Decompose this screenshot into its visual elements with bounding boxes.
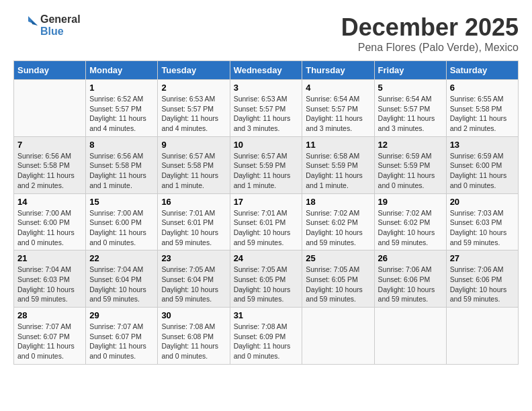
day-number: 3	[234, 83, 299, 93]
day-number: 31	[234, 310, 299, 320]
header: General Blue December 2025 Pena Flores (…	[13, 13, 519, 54]
day-info: Sunrise: 7:03 AM Sunset: 6:03 PM Dayligh…	[450, 208, 515, 248]
day-number: 8	[89, 140, 154, 150]
day-info: Sunrise: 6:57 AM Sunset: 5:59 PM Dayligh…	[234, 151, 299, 191]
day-number: 11	[306, 140, 370, 150]
day-number: 20	[450, 197, 515, 207]
week-row-1: 1Sunrise: 6:52 AM Sunset: 5:57 PM Daylig…	[14, 80, 519, 137]
day-cell: 4Sunrise: 6:54 AM Sunset: 5:57 PM Daylig…	[302, 80, 374, 137]
week-row-3: 14Sunrise: 7:00 AM Sunset: 6:00 PM Dayli…	[14, 193, 519, 250]
day-number: 30	[161, 310, 226, 320]
day-cell: 9Sunrise: 6:57 AM Sunset: 5:58 PM Daylig…	[158, 136, 230, 193]
day-cell	[302, 308, 374, 365]
day-number: 12	[378, 140, 443, 150]
title-area: December 2025 Pena Flores (Palo Verde), …	[341, 13, 519, 54]
day-cell: 2Sunrise: 6:53 AM Sunset: 5:57 PM Daylig…	[158, 80, 230, 137]
logo-icon	[13, 13, 38, 38]
day-number: 24	[234, 253, 299, 263]
day-info: Sunrise: 6:57 AM Sunset: 5:58 PM Dayligh…	[161, 151, 226, 191]
day-number: 18	[306, 197, 370, 207]
day-info: Sunrise: 7:06 AM Sunset: 6:06 PM Dayligh…	[450, 265, 515, 304]
logo: General Blue	[13, 13, 81, 38]
day-info: Sunrise: 7:07 AM Sunset: 6:07 PM Dayligh…	[17, 322, 82, 361]
day-cell: 16Sunrise: 7:01 AM Sunset: 6:01 PM Dayli…	[158, 193, 230, 250]
day-cell: 15Sunrise: 7:00 AM Sunset: 6:00 PM Dayli…	[86, 193, 158, 250]
week-row-4: 21Sunrise: 7:04 AM Sunset: 6:03 PM Dayli…	[14, 250, 519, 308]
logo-blue: Blue	[40, 26, 81, 38]
day-cell	[14, 80, 86, 137]
col-header-tuesday: Tuesday	[158, 61, 230, 80]
day-number: 14	[17, 197, 82, 207]
week-row-5: 28Sunrise: 7:07 AM Sunset: 6:07 PM Dayli…	[14, 308, 519, 365]
day-info: Sunrise: 7:00 AM Sunset: 6:00 PM Dayligh…	[17, 208, 82, 248]
svg-rect-0	[13, 13, 38, 38]
day-number: 23	[161, 253, 226, 263]
day-number: 15	[89, 197, 154, 207]
day-cell: 30Sunrise: 7:08 AM Sunset: 6:08 PM Dayli…	[158, 308, 230, 365]
day-cell: 3Sunrise: 6:53 AM Sunset: 5:57 PM Daylig…	[230, 80, 302, 137]
day-cell	[446, 308, 518, 365]
day-info: Sunrise: 6:54 AM Sunset: 5:57 PM Dayligh…	[306, 94, 370, 134]
day-info: Sunrise: 7:06 AM Sunset: 6:06 PM Dayligh…	[378, 265, 443, 304]
day-info: Sunrise: 7:05 AM Sunset: 6:05 PM Dayligh…	[306, 265, 370, 304]
day-cell: 5Sunrise: 6:54 AM Sunset: 5:57 PM Daylig…	[374, 80, 446, 137]
day-info: Sunrise: 7:07 AM Sunset: 6:07 PM Dayligh…	[89, 322, 154, 361]
day-cell: 14Sunrise: 7:00 AM Sunset: 6:00 PM Dayli…	[14, 193, 86, 250]
day-number: 19	[378, 197, 443, 207]
day-cell: 25Sunrise: 7:05 AM Sunset: 6:05 PM Dayli…	[302, 250, 374, 308]
day-cell: 31Sunrise: 7:08 AM Sunset: 6:09 PM Dayli…	[230, 308, 302, 365]
col-header-monday: Monday	[86, 61, 158, 80]
day-cell: 19Sunrise: 7:02 AM Sunset: 6:02 PM Dayli…	[374, 193, 446, 250]
day-cell: 6Sunrise: 6:55 AM Sunset: 5:58 PM Daylig…	[446, 80, 518, 137]
day-cell: 26Sunrise: 7:06 AM Sunset: 6:06 PM Dayli…	[374, 250, 446, 308]
day-number: 2	[161, 83, 226, 93]
day-cell: 7Sunrise: 6:56 AM Sunset: 5:58 PM Daylig…	[14, 136, 86, 193]
day-cell: 21Sunrise: 7:04 AM Sunset: 6:03 PM Dayli…	[14, 250, 86, 308]
day-number: 25	[306, 253, 370, 263]
day-number: 1	[89, 83, 154, 93]
calendar-title: December 2025	[341, 13, 519, 42]
day-info: Sunrise: 6:56 AM Sunset: 5:58 PM Dayligh…	[89, 151, 154, 191]
day-info: Sunrise: 6:54 AM Sunset: 5:57 PM Dayligh…	[378, 94, 443, 134]
col-header-thursday: Thursday	[302, 61, 374, 80]
day-number: 22	[89, 253, 154, 263]
day-cell: 28Sunrise: 7:07 AM Sunset: 6:07 PM Dayli…	[14, 308, 86, 365]
day-info: Sunrise: 7:08 AM Sunset: 6:09 PM Dayligh…	[234, 322, 299, 361]
day-cell: 13Sunrise: 6:59 AM Sunset: 6:00 PM Dayli…	[446, 136, 518, 193]
day-info: Sunrise: 7:05 AM Sunset: 6:04 PM Dayligh…	[161, 265, 226, 304]
day-number: 17	[234, 197, 299, 207]
day-number: 29	[89, 310, 154, 320]
day-info: Sunrise: 6:52 AM Sunset: 5:57 PM Dayligh…	[89, 94, 154, 134]
day-cell: 17Sunrise: 7:01 AM Sunset: 6:01 PM Dayli…	[230, 193, 302, 250]
day-number: 27	[450, 253, 515, 263]
day-number: 16	[161, 197, 226, 207]
day-info: Sunrise: 7:04 AM Sunset: 6:04 PM Dayligh…	[89, 265, 154, 304]
day-number: 4	[306, 83, 370, 93]
day-number: 6	[450, 83, 515, 93]
day-cell: 24Sunrise: 7:05 AM Sunset: 6:05 PM Dayli…	[230, 250, 302, 308]
day-info: Sunrise: 6:55 AM Sunset: 5:58 PM Dayligh…	[450, 94, 515, 134]
day-info: Sunrise: 6:56 AM Sunset: 5:58 PM Dayligh…	[17, 151, 82, 191]
day-number: 28	[17, 310, 82, 320]
day-cell: 11Sunrise: 6:58 AM Sunset: 5:59 PM Dayli…	[302, 136, 374, 193]
day-info: Sunrise: 7:02 AM Sunset: 6:02 PM Dayligh…	[378, 208, 443, 248]
day-cell: 1Sunrise: 6:52 AM Sunset: 5:57 PM Daylig…	[86, 80, 158, 137]
day-cell	[374, 308, 446, 365]
day-cell: 23Sunrise: 7:05 AM Sunset: 6:04 PM Dayli…	[158, 250, 230, 308]
day-number: 26	[378, 253, 443, 263]
day-info: Sunrise: 7:00 AM Sunset: 6:00 PM Dayligh…	[89, 208, 154, 248]
day-info: Sunrise: 7:01 AM Sunset: 6:01 PM Dayligh…	[161, 208, 226, 248]
col-header-sunday: Sunday	[14, 61, 86, 80]
day-cell: 10Sunrise: 6:57 AM Sunset: 5:59 PM Dayli…	[230, 136, 302, 193]
day-cell: 8Sunrise: 6:56 AM Sunset: 5:58 PM Daylig…	[86, 136, 158, 193]
day-info: Sunrise: 6:59 AM Sunset: 6:00 PM Dayligh…	[450, 151, 515, 191]
col-header-friday: Friday	[374, 61, 446, 80]
day-info: Sunrise: 7:01 AM Sunset: 6:01 PM Dayligh…	[234, 208, 299, 248]
day-cell: 18Sunrise: 7:02 AM Sunset: 6:02 PM Dayli…	[302, 193, 374, 250]
day-cell: 12Sunrise: 6:59 AM Sunset: 5:59 PM Dayli…	[374, 136, 446, 193]
day-cell: 29Sunrise: 7:07 AM Sunset: 6:07 PM Dayli…	[86, 308, 158, 365]
day-info: Sunrise: 7:04 AM Sunset: 6:03 PM Dayligh…	[17, 265, 82, 304]
header-row: SundayMondayTuesdayWednesdayThursdayFrid…	[14, 61, 519, 80]
calendar-table: SundayMondayTuesdayWednesdayThursdayFrid…	[13, 60, 519, 365]
day-info: Sunrise: 6:59 AM Sunset: 5:59 PM Dayligh…	[378, 151, 443, 191]
